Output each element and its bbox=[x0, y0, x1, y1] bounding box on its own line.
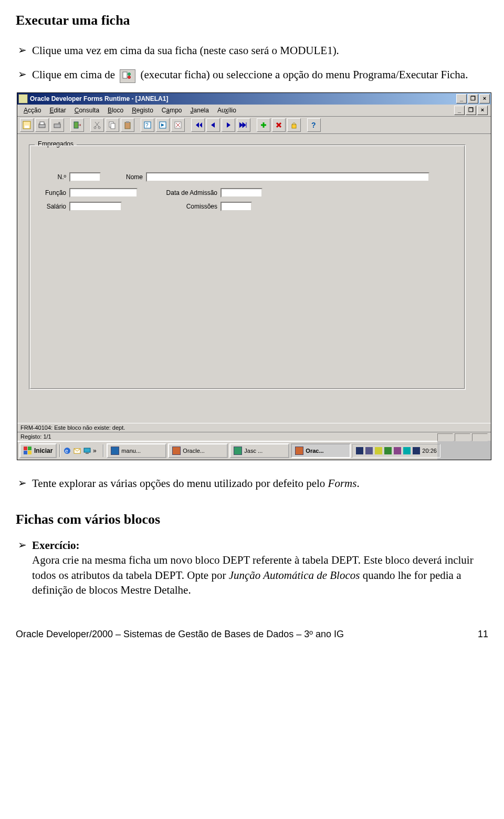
svg-rect-25 bbox=[24, 451, 27, 454]
mdi-maximize-button[interactable]: ❐ bbox=[466, 106, 476, 115]
bullet-arrow-icon: ➢ bbox=[18, 476, 27, 490]
status-slot bbox=[455, 433, 470, 441]
svg-text:e: e bbox=[65, 448, 68, 454]
copy-icon[interactable] bbox=[106, 118, 119, 132]
menu-auxilio[interactable]: Auxílio bbox=[214, 106, 239, 115]
bullet-2-pre: Clique em cima de bbox=[32, 68, 118, 81]
menu-janela[interactable]: Janela bbox=[187, 106, 212, 115]
field-nome[interactable] bbox=[146, 172, 429, 182]
status-slot bbox=[472, 433, 488, 441]
menu-registo[interactable]: Registo bbox=[129, 106, 156, 115]
bullet-arrow-icon: ➢ bbox=[18, 67, 27, 81]
tray-icon[interactable] bbox=[365, 447, 373, 454]
svg-rect-15 bbox=[125, 122, 130, 129]
quicklaunch-ie-icon[interactable]: e bbox=[63, 445, 71, 457]
print-setup-icon[interactable] bbox=[50, 118, 64, 132]
insert-record-icon[interactable] bbox=[257, 118, 270, 132]
svg-rect-21 bbox=[292, 125, 296, 128]
label-numero: N.º bbox=[45, 173, 66, 181]
minimize-button[interactable]: _ bbox=[456, 94, 467, 103]
exit-icon[interactable] bbox=[70, 118, 84, 132]
titlebar: Oracle Developer Forms Runtime - [JANELA… bbox=[17, 93, 491, 105]
label-salario: Salário bbox=[32, 203, 66, 210]
task-item[interactable]: manu... bbox=[107, 443, 166, 458]
oracle-forms-window: Oracle Developer Forms Runtime - [JANELA… bbox=[17, 92, 491, 460]
mdi-client-area: Empregados N.º Nome Função Data de Admis… bbox=[17, 134, 491, 423]
status-slot bbox=[437, 433, 453, 441]
app-icon bbox=[18, 94, 28, 103]
bullet-1-text: Clique uma vez em cima da sua ficha (nes… bbox=[32, 43, 339, 58]
tray-icon[interactable] bbox=[384, 447, 392, 454]
remove-record-icon[interactable] bbox=[272, 118, 286, 132]
status-record: Registo: 1/1 bbox=[17, 432, 491, 441]
start-button[interactable]: Iniciar bbox=[19, 443, 57, 458]
svg-rect-14 bbox=[111, 123, 115, 129]
tray-icon[interactable] bbox=[394, 447, 401, 454]
quicklaunch-desktop-icon[interactable] bbox=[83, 445, 91, 457]
tray-icon[interactable] bbox=[413, 447, 420, 454]
quicklaunch-outlook-icon[interactable] bbox=[73, 445, 81, 457]
tray-icon[interactable] bbox=[403, 447, 411, 454]
empregados-groupbox: Empregados N.º Nome Função Data de Admis… bbox=[29, 144, 466, 390]
mdi-close-button[interactable]: × bbox=[477, 106, 488, 115]
close-button[interactable]: × bbox=[479, 94, 490, 103]
page-footer: Oracle Developer/2000 – Sistemas de Gest… bbox=[16, 629, 488, 640]
label-nome: Nome bbox=[111, 173, 143, 181]
field-funcao[interactable] bbox=[69, 188, 138, 198]
lock-record-icon[interactable] bbox=[287, 118, 301, 132]
menu-campo[interactable]: Campo bbox=[159, 106, 185, 115]
enter-query-icon[interactable]: ? bbox=[141, 118, 154, 132]
svg-point-2 bbox=[128, 72, 131, 75]
save-icon[interactable] bbox=[20, 118, 34, 132]
last-record-icon[interactable] bbox=[237, 118, 250, 132]
bullet-arrow-icon: ➢ bbox=[18, 43, 27, 57]
tray-icon[interactable] bbox=[375, 447, 382, 454]
cancel-query-icon[interactable] bbox=[171, 118, 185, 132]
label-comissoes: Comissões bbox=[128, 203, 217, 210]
svg-text:?: ? bbox=[145, 122, 149, 128]
next-record-icon[interactable] bbox=[222, 118, 235, 132]
execute-ficha-icon bbox=[120, 69, 135, 83]
field-data-admissao[interactable] bbox=[220, 188, 262, 198]
start-label: Iniciar bbox=[34, 447, 52, 454]
svg-rect-1 bbox=[123, 72, 127, 78]
svg-rect-8 bbox=[54, 124, 60, 128]
exercise-label: Exercício: bbox=[32, 539, 80, 552]
print-icon[interactable] bbox=[35, 118, 49, 132]
quicklaunch-more-icon[interactable]: » bbox=[93, 445, 100, 457]
prev-record-icon[interactable] bbox=[206, 118, 220, 132]
menu-editar[interactable]: Editar bbox=[46, 106, 69, 115]
mdi-minimize-button[interactable]: _ bbox=[454, 106, 465, 115]
toolbar: ? ? bbox=[17, 117, 491, 134]
heading-executar: Executar uma ficha bbox=[16, 13, 488, 28]
menu-consulta[interactable]: Consulta bbox=[71, 106, 102, 115]
menu-accao[interactable]: Acção bbox=[20, 106, 44, 115]
field-numero[interactable] bbox=[69, 172, 101, 182]
svg-rect-30 bbox=[84, 448, 90, 452]
bullet-arrow-icon: ➢ bbox=[18, 538, 27, 552]
paste-icon[interactable] bbox=[121, 118, 134, 132]
bullet-2-post: (executar ficha) ou seleccione a opção d… bbox=[141, 68, 468, 81]
label-data-admissao: Data de Admissão bbox=[144, 189, 217, 196]
first-record-icon[interactable] bbox=[191, 118, 205, 132]
tray-icon[interactable] bbox=[356, 447, 363, 454]
execute-query-icon[interactable] bbox=[156, 118, 170, 132]
task-item[interactable]: Jasc ... bbox=[229, 443, 289, 458]
field-comissoes[interactable] bbox=[220, 202, 252, 211]
task-item-active[interactable]: Orac... bbox=[291, 443, 351, 458]
svg-text:»: » bbox=[93, 447, 97, 454]
svg-rect-23 bbox=[24, 447, 27, 450]
field-salario[interactable] bbox=[69, 202, 122, 211]
maximize-button[interactable]: ❐ bbox=[468, 94, 478, 103]
cut-icon[interactable] bbox=[90, 118, 104, 132]
footer-left: Oracle Developer/2000 – Sistemas de Gest… bbox=[16, 629, 344, 640]
menu-bloco[interactable]: Bloco bbox=[104, 106, 127, 115]
bullet-3-text: Tente explorar as várias opções do menu … bbox=[32, 476, 360, 491]
svg-rect-5 bbox=[25, 126, 29, 128]
task-item[interactable]: Oracle... bbox=[168, 443, 228, 458]
bullet-exercise: ➢ Exercício: Agora crie na mesma ficha u… bbox=[16, 538, 488, 597]
svg-rect-10 bbox=[74, 122, 78, 128]
help-icon[interactable]: ? bbox=[307, 118, 321, 132]
svg-text:?: ? bbox=[311, 121, 316, 129]
menubar: Acção Editar Consulta Bloco Registo Camp… bbox=[17, 105, 491, 117]
